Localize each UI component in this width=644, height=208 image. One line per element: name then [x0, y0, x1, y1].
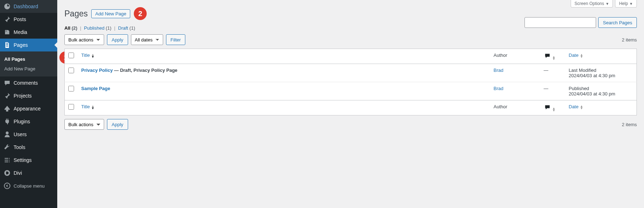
sidebar-item-tools[interactable]: Tools: [0, 141, 57, 154]
row-title-link[interactable]: Sample Page: [81, 86, 110, 91]
row-title-link[interactable]: Privacy Policy: [81, 68, 113, 73]
sidebar-label: Plugins: [14, 119, 30, 124]
sidebar-item-settings[interactable]: Settings: [0, 154, 57, 167]
apply-bulk-button[interactable]: Apply: [107, 34, 128, 45]
screen-options-tab[interactable]: Screen Options▼: [571, 0, 613, 8]
column-title[interactable]: Title▲▼: [78, 49, 490, 64]
table-row: Privacy Policy — Draft, Privacy Policy P…: [65, 64, 637, 82]
items-count: 2 items: [622, 37, 637, 43]
page-title: Pages: [64, 9, 88, 19]
chevron-down-icon: ▼: [629, 2, 633, 6]
column-title-foot[interactable]: Title▲▼: [78, 100, 490, 115]
collapse-icon: [4, 182, 11, 189]
annotation-badge-2: 2: [134, 7, 147, 20]
column-comments-foot[interactable]: ▲▼: [540, 100, 565, 115]
author-link[interactable]: Brad: [494, 86, 503, 91]
comments-cell: —: [540, 64, 565, 82]
sidebar-item-dashboard[interactable]: Dashboard: [0, 0, 57, 13]
filter-all[interactable]: All (2): [64, 25, 77, 31]
row-checkbox[interactable]: [68, 86, 74, 91]
select-all-checkbox-bottom[interactable]: [68, 104, 74, 110]
submenu-all-pages[interactable]: All Pages: [0, 54, 57, 64]
pages-table: Title▲▼ Author ▲▼ Date▲▼ Privacy Policy …: [64, 49, 637, 115]
bulk-actions-select[interactable]: Bulk actions: [64, 34, 104, 45]
filter-button[interactable]: Filter: [166, 34, 186, 45]
dashboard-icon: [4, 3, 11, 10]
author-link[interactable]: Brad: [494, 68, 503, 73]
sidebar-item-appearance[interactable]: Appearance: [0, 102, 57, 115]
search-button[interactable]: Search Pages: [598, 17, 637, 28]
sidebar-label: Divi: [14, 170, 22, 176]
table-row: Sample Page Brad — Published2024/04/03 a…: [65, 82, 637, 100]
post-state: — Draft, Privacy Policy Page: [113, 68, 177, 73]
sidebar-item-media[interactable]: Media: [0, 26, 57, 39]
date-cell: Published2024/04/03 at 4:30 pm: [565, 82, 637, 100]
collapse-menu[interactable]: Collapse menu: [0, 179, 57, 192]
sidebar-item-posts[interactable]: Posts: [0, 13, 57, 26]
select-all-checkbox[interactable]: [68, 53, 74, 58]
search-input[interactable]: [525, 17, 596, 28]
sidebar-label: Appearance: [14, 106, 41, 112]
sidebar-item-pages[interactable]: Pages: [0, 39, 57, 51]
add-new-page-button[interactable]: Add New Page: [91, 9, 130, 18]
sidebar-item-comments[interactable]: Comments: [0, 76, 57, 89]
submenu-add-new[interactable]: Add New Page: [0, 64, 57, 74]
projects-icon: [4, 92, 11, 99]
chevron-down-icon: ▼: [606, 2, 609, 6]
pages-icon: [4, 41, 11, 49]
sidebar-label: Tools: [14, 144, 25, 150]
pin-icon: [4, 16, 11, 23]
sidebar-item-users[interactable]: Users: [0, 128, 57, 141]
sidebar-label: Dashboard: [14, 4, 38, 9]
column-author: Author: [490, 49, 540, 64]
comment-icon: [544, 106, 551, 112]
sidebar-label: Posts: [14, 16, 26, 22]
sidebar-item-divi[interactable]: Divi: [0, 167, 57, 179]
help-tab[interactable]: Help▼: [615, 0, 637, 8]
dates-select[interactable]: All dates: [131, 34, 163, 45]
column-date-foot[interactable]: Date▲▼: [565, 100, 637, 115]
plugins-icon: [4, 118, 11, 125]
sidebar-item-plugins[interactable]: Plugins: [0, 115, 57, 128]
divi-icon: [4, 169, 11, 177]
appearance-icon: [4, 105, 11, 112]
admin-sidebar: Dashboard Posts Media Pages All Pages 1 …: [0, 0, 57, 208]
collapse-label: Collapse menu: [14, 183, 45, 189]
items-count-bottom: 2 items: [622, 122, 637, 127]
comments-cell: —: [540, 82, 565, 100]
users-icon: [4, 131, 11, 138]
apply-bulk-button-bottom[interactable]: Apply: [107, 119, 128, 130]
row-checkbox[interactable]: [68, 68, 74, 73]
comments-icon: [4, 79, 11, 86]
filter-draft[interactable]: Draft: [118, 25, 128, 31]
sidebar-submenu: All Pages 1 Add New Page: [0, 51, 57, 76]
bulk-actions-select-bottom[interactable]: Bulk actions: [64, 119, 104, 130]
tools-icon: [4, 144, 11, 151]
sidebar-label: Settings: [14, 157, 32, 163]
column-comments[interactable]: ▲▼: [540, 49, 565, 64]
filter-published[interactable]: Published: [84, 25, 104, 31]
main-content: Screen Options▼ Help▼ Pages Add New Page…: [57, 0, 644, 208]
date-cell: Last Modified2024/04/03 at 4:30 pm: [565, 64, 637, 82]
settings-icon: [4, 157, 11, 164]
media-icon: [4, 29, 11, 36]
sidebar-item-projects[interactable]: Projects: [0, 89, 57, 102]
column-author-foot: Author: [490, 100, 540, 115]
column-date[interactable]: Date▲▼: [565, 49, 637, 64]
sidebar-label: Users: [14, 132, 27, 137]
sidebar-label: Media: [14, 29, 27, 35]
sidebar-label: Pages: [14, 42, 28, 48]
sidebar-label: Projects: [14, 93, 32, 99]
sidebar-label: Comments: [14, 80, 38, 86]
comment-icon: [544, 55, 551, 60]
